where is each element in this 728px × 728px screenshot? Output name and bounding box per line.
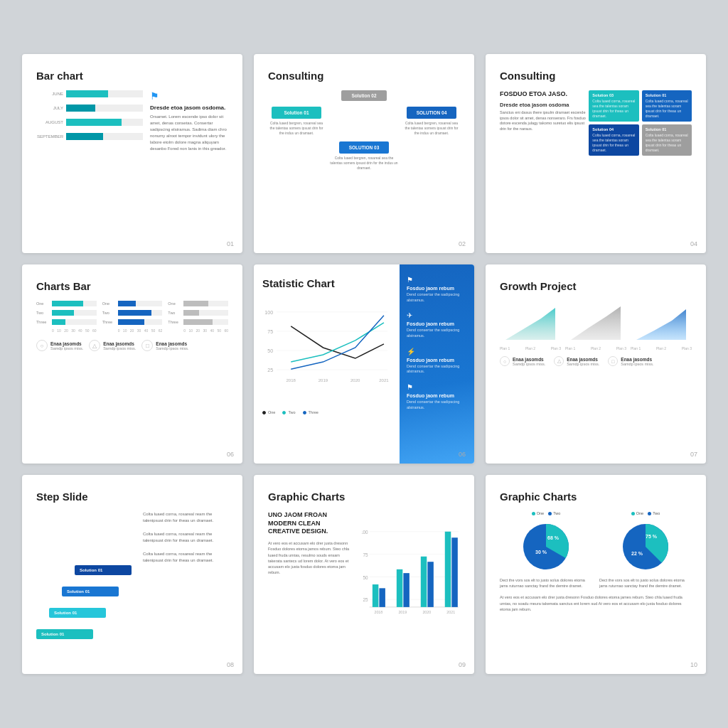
pie-text-2: Dect the vors sos elt to justo solus dol… <box>599 578 692 589</box>
box-4-label: Solution 01 <box>646 127 688 132</box>
solution-03-col: SOLUTION 03 Colta luaed bergren, rosarea… <box>328 141 400 171</box>
bar-row-july: JULY <box>36 105 143 112</box>
growth-chart-1: Plan 1Plan 2Plan 3 <box>500 301 561 350</box>
svg-marker-14 <box>636 309 686 340</box>
gc-body-text: At vero eos et accusam elo drer justa dr… <box>268 540 353 576</box>
hex-middle-row: Solution 01 Colta luaed bergren, rosarea… <box>268 107 460 136</box>
legend-label-3: Enaa jasomds <box>156 341 188 346</box>
svg-text:75: 75 <box>363 552 368 557</box>
gc-left-panel: UNO JAOM FROAN MODERN CLEAN CREATIVE DES… <box>268 511 353 635</box>
bar-row-august: AUGUST <box>36 119 143 126</box>
solution-03: SOLUTION 03 <box>339 141 390 154</box>
stat-legend-2: Two <box>282 410 295 414</box>
gc-pie-content: One Two 30 % 68 % Dect the vors <box>500 511 692 589</box>
svg-marker-12 <box>505 308 555 340</box>
slide-number-7: 08 <box>227 661 234 668</box>
slide-5-title: Statistic Chart <box>262 277 391 289</box>
slide-1-content: JUNE JULY AUGUST SEPTEMBER ⚑ Dres <box>36 90 228 152</box>
bold-text: Dresde etoa jasom osdoma. <box>150 105 228 111</box>
cb-legend: ○ Enaa jasomds Samdp ipsos miss. △ Enaa … <box>36 340 228 351</box>
stat-icon-1: ⚑ <box>407 276 467 284</box>
box-1-text: Colta luaed corna, rosareal sea the tale… <box>592 99 635 119</box>
svg-text:2021: 2021 <box>446 610 455 614</box>
legend-icon-1: ○ <box>36 340 48 351</box>
solution-04: SOLUTION 04 <box>407 107 456 119</box>
svg-rect-28 <box>421 557 427 607</box>
slide-9-title: Graphic Charts <box>500 491 692 503</box>
growth-label-1: Enaa jasomds <box>513 357 545 362</box>
pie-svg-1: 30 % 68 % <box>518 518 574 575</box>
flag-icon: ⚑ <box>150 90 228 102</box>
cb-bars-2: One Two Three <box>102 301 163 325</box>
consulting-diagram: Solution 02 Solution 01 Colta luaed berg… <box>268 90 460 171</box>
svg-text:25: 25 <box>363 597 368 602</box>
svg-text:2019: 2019 <box>398 610 407 614</box>
growth-label-2: Enaa jasomds <box>567 357 599 362</box>
slide-1: Bar chart JUNE JULY AUGUST SEPTEMBER <box>22 54 242 253</box>
bar-chart-text: ⚑ Dresde etoa jasom osdoma. Orsamet. Lor… <box>150 90 228 152</box>
stat-icon-2: ✈ <box>407 311 467 319</box>
stat-legend-3: Three <box>303 410 318 414</box>
stat-chart-left: Statistic Chart 100 75 50 25 2018 2019 2… <box>254 264 400 464</box>
stat-legend-1: One <box>262 410 275 414</box>
growth-legend-1: ○ Enaa jasomds Samdp ipsos miss. <box>500 356 545 366</box>
box-2-text: Colta luaed corna, rosareal sea the tale… <box>646 99 688 119</box>
consulting-boxes: FOSDUO ETOA JASO. Dresde etoa jasom osdo… <box>500 90 692 156</box>
stat-title-2: Fosduo jaom rebum <box>407 321 467 326</box>
svg-rect-30 <box>445 532 451 607</box>
stat-right-3: ⚡ Fosduo jaom rebum Dend consertar the s… <box>407 348 467 375</box>
box-4-text: Colta luaed corna, rosareal sea the tale… <box>646 133 688 153</box>
growth-icon-2: △ <box>554 356 564 366</box>
charts-bar-content: One Two Three 0102030405060 <box>36 301 228 333</box>
solution-01-text: Colta luaed bergren, rosareal sea the ta… <box>268 121 325 136</box>
stat-right-4: ⚑ Fosduo jaom rebum Dend consertar the s… <box>407 383 467 410</box>
box-3-text: Colta luaed corna, rosareal sea the tale… <box>592 133 635 153</box>
growth-chart-3: Plan 1Plan 2Plan 3 <box>631 301 692 350</box>
consult-boxes-grid: Solution 03 Colta luaed corna, rosareal … <box>589 90 692 156</box>
stat-chart-layout: Statistic Chart 100 75 50 25 2018 2019 2… <box>254 264 474 464</box>
step-4: Solution 01 <box>75 565 132 575</box>
solution-02: Solution 02 <box>341 90 386 101</box>
pie-svg-2: 22 % 75 % <box>617 518 674 575</box>
slide-1-title: Bar chart <box>36 70 228 82</box>
svg-text:30 %: 30 % <box>535 550 547 555</box>
svg-marker-13 <box>571 306 621 340</box>
svg-text:100: 100 <box>264 310 273 315</box>
slide-4: Charts Bar One Two Three <box>22 264 242 464</box>
solution-03-text: Colta luaed bergren, rosareal sea the ta… <box>328 156 400 171</box>
cb-bars-3: One Two Three <box>168 301 228 325</box>
legend-dot-3 <box>303 411 306 414</box>
slide-number-8: 09 <box>459 661 466 668</box>
legend-dot-2 <box>282 411 286 414</box>
stat-right-2: ✈ Fosduo jaom rebum Dend consertar the s… <box>407 311 467 338</box>
slide-6: Growth Project Plan 1Plan 2Plan 3 <box>486 264 706 464</box>
svg-text:2018: 2018 <box>287 378 296 382</box>
svg-text:2020: 2020 <box>350 378 360 382</box>
bar-chart-bars: JUNE JULY AUGUST SEPTEMBER <box>36 90 143 152</box>
svg-text:50: 50 <box>363 575 368 580</box>
slide-number-4: 06 <box>227 451 234 458</box>
pie-1-legend: One Two <box>532 511 561 515</box>
slide-number-2: 02 <box>459 240 466 247</box>
svg-text:2019: 2019 <box>318 378 328 382</box>
line-chart-svg: 100 75 50 25 2018 2019 2020 2021 <box>262 298 391 405</box>
slide-2-title: Consulting <box>268 70 460 82</box>
gc-big-title: UNO JAOM FROAN MODERN CLEAN CREATIVE DES… <box>268 511 353 536</box>
consult-box-2: Solution 01 Colta luaed corna, rosareal … <box>642 90 692 122</box>
slide-6-title: Growth Project <box>500 280 692 292</box>
stat-title-1: Fosduo jaom rebum <box>407 286 467 291</box>
slides-grid: Bar chart JUNE JULY AUGUST SEPTEMBER <box>1 33 727 695</box>
box-1-label: Solution 03 <box>592 93 635 97</box>
step-text-3: Colta luaed corna, rosareal ream the tal… <box>143 551 228 564</box>
slide-8-title: Graphic Charts <box>268 491 460 503</box>
step-2: Solution 01 <box>49 608 106 618</box>
legend-label-2: Enaa jasomds <box>103 341 136 346</box>
consult-subtitle: Dresde etoa jasom osdoma <box>500 102 589 108</box>
svg-rect-29 <box>427 562 433 607</box>
slide-number-3: 04 <box>690 240 697 247</box>
bar-row-june: JUNE <box>36 90 143 97</box>
svg-text:22 %: 22 % <box>631 551 643 556</box>
gc-right-panel: 100 75 50 25 <box>362 511 460 635</box>
pie-2-legend: One Two <box>631 511 660 515</box>
consult-box-1: Solution 03 Colta luaed corna, rosareal … <box>589 90 638 122</box>
